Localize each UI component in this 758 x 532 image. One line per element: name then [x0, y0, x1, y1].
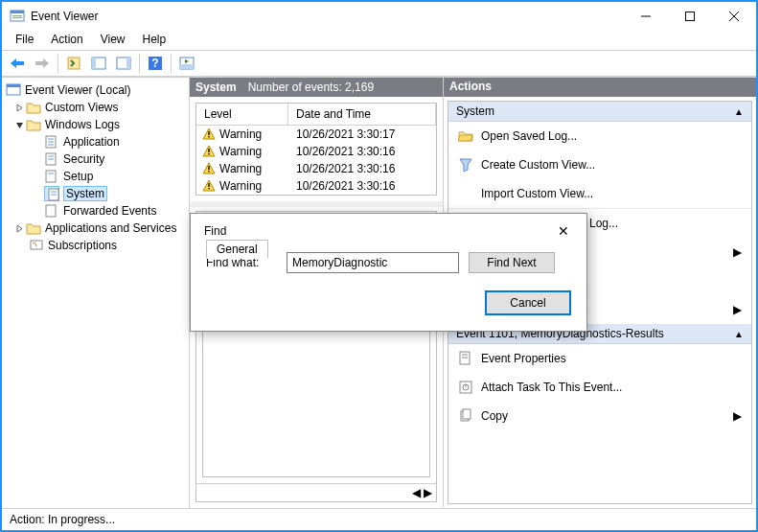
- svg-rect-1: [11, 11, 24, 13]
- tree-security[interactable]: Security: [2, 150, 189, 168]
- scroll-left-icon[interactable]: ◀: [412, 486, 421, 499]
- find-what-input[interactable]: [287, 252, 459, 273]
- maximize-button[interactable]: [668, 2, 712, 31]
- app-icon: [10, 9, 25, 24]
- svg-rect-41: [208, 183, 209, 187]
- collapse-icon: ▲: [734, 106, 744, 117]
- close-button[interactable]: [712, 2, 756, 31]
- back-button[interactable]: [6, 53, 29, 74]
- action-item[interactable]: Event Properties: [448, 344, 751, 373]
- action-item[interactable]: Copy▶: [448, 402, 751, 430]
- panel-toggle-3[interactable]: [175, 53, 198, 74]
- svg-rect-2: [12, 15, 22, 16]
- action-item[interactable]: Open Saved Log...: [448, 122, 751, 150]
- task-icon: [458, 380, 473, 395]
- svg-rect-14: [126, 58, 130, 69]
- action-item[interactable]: Create Custom View...: [448, 150, 751, 179]
- col-level[interactable]: Level: [196, 104, 288, 125]
- scroll-right-icon[interactable]: ▶: [424, 486, 432, 499]
- event-grid[interactable]: Level Date and Time Warning10/26/2021 3:…: [195, 103, 437, 196]
- help-button[interactable]: ?: [144, 53, 167, 74]
- svg-rect-35: [208, 131, 209, 135]
- find-next-button[interactable]: Find Next: [469, 252, 555, 273]
- funnel-icon: [458, 157, 473, 173]
- warning-icon: [202, 179, 216, 193]
- tab-general[interactable]: General: [206, 240, 268, 259]
- svg-rect-37: [208, 149, 209, 152]
- action-item[interactable]: Import Custom View...: [448, 179, 751, 208]
- blank-icon: [458, 186, 473, 201]
- table-row[interactable]: Warning10/26/2021 3:30:17: [196, 126, 436, 143]
- table-row[interactable]: Warning10/26/2021 3:30:16: [196, 160, 436, 177]
- menu-view[interactable]: View: [93, 31, 133, 50]
- svg-rect-39: [208, 166, 209, 170]
- svg-rect-38: [208, 153, 209, 154]
- col-datetime[interactable]: Date and Time: [288, 104, 436, 125]
- menubar: File Action View Help: [2, 31, 756, 50]
- menu-action[interactable]: Action: [43, 31, 90, 50]
- svg-rect-5: [686, 12, 695, 21]
- chevron-right-icon: ▶: [733, 303, 742, 316]
- svg-rect-36: [208, 136, 209, 137]
- tree-forwarded[interactable]: Forwarded Events: [2, 202, 189, 220]
- nav-tree: Event Viewer (Local) Custom Views Window…: [2, 78, 190, 508]
- tree-custom-views[interactable]: Custom Views: [2, 99, 189, 116]
- tree-system[interactable]: System: [2, 185, 189, 202]
- dialog-close-button[interactable]: ✕: [552, 221, 575, 241]
- table-row[interactable]: Warning10/26/2021 3:30:16: [196, 143, 436, 160]
- tree-setup[interactable]: Setup: [2, 168, 189, 185]
- svg-rect-55: [463, 409, 471, 419]
- table-row[interactable]: Warning10/26/2021 3:30:16: [196, 177, 436, 195]
- chevron-right-icon: ▶: [733, 245, 742, 259]
- titlebar: Event Viewer: [2, 2, 756, 31]
- events-header: System Number of events: 2,169: [190, 78, 443, 97]
- panel-toggle-2[interactable]: [112, 53, 135, 74]
- minimize-button[interactable]: [624, 2, 668, 31]
- actions-header: Actions: [444, 78, 756, 97]
- toolbar: ?: [2, 50, 756, 77]
- svg-rect-3: [12, 17, 22, 18]
- chevron-right-icon: ▶: [733, 409, 742, 423]
- warning-icon: [202, 162, 216, 175]
- tree-apps-services[interactable]: Applications and Services: [2, 220, 189, 237]
- status-bar: Action: In progress...: [2, 508, 756, 530]
- svg-rect-28: [46, 171, 56, 182]
- svg-rect-40: [208, 171, 209, 172]
- show-tree-button[interactable]: [62, 53, 85, 74]
- tree-windows-logs[interactable]: Windows Logs: [2, 116, 189, 133]
- menu-help[interactable]: Help: [135, 31, 174, 50]
- cancel-button[interactable]: Cancel: [485, 290, 571, 315]
- panel-toggle-1[interactable]: [87, 53, 110, 74]
- action-item[interactable]: Attach Task To This Event...: [448, 373, 751, 402]
- tree-root[interactable]: Event Viewer (Local): [2, 81, 189, 99]
- menu-file[interactable]: File: [8, 31, 41, 50]
- dialog-title: Find: [204, 224, 226, 238]
- tree-application[interactable]: Application: [2, 133, 189, 150]
- svg-rect-42: [208, 188, 209, 189]
- grid-header: Level Date and Time: [196, 104, 436, 126]
- svg-rect-33: [46, 205, 56, 217]
- copy-icon: [458, 408, 473, 424]
- folder-open-icon: [458, 128, 473, 144]
- collapse-icon: ▲: [734, 329, 744, 339]
- svg-rect-18: [180, 64, 194, 69]
- svg-text:?: ?: [151, 57, 158, 70]
- props-icon: [458, 351, 473, 366]
- svg-rect-9: [35, 61, 43, 65]
- window-title: Event Viewer: [31, 10, 624, 23]
- forward-button[interactable]: [31, 53, 54, 74]
- find-dialog: Find ✕ Find what: Find Next Cancel: [190, 213, 587, 332]
- actions-group-system[interactable]: System▲: [448, 102, 751, 122]
- svg-rect-20: [7, 84, 20, 87]
- warning-icon: [202, 127, 216, 141]
- tree-subscriptions[interactable]: Subscriptions: [2, 237, 189, 254]
- svg-rect-8: [16, 61, 24, 65]
- svg-rect-12: [92, 58, 96, 69]
- warning-icon: [202, 145, 216, 158]
